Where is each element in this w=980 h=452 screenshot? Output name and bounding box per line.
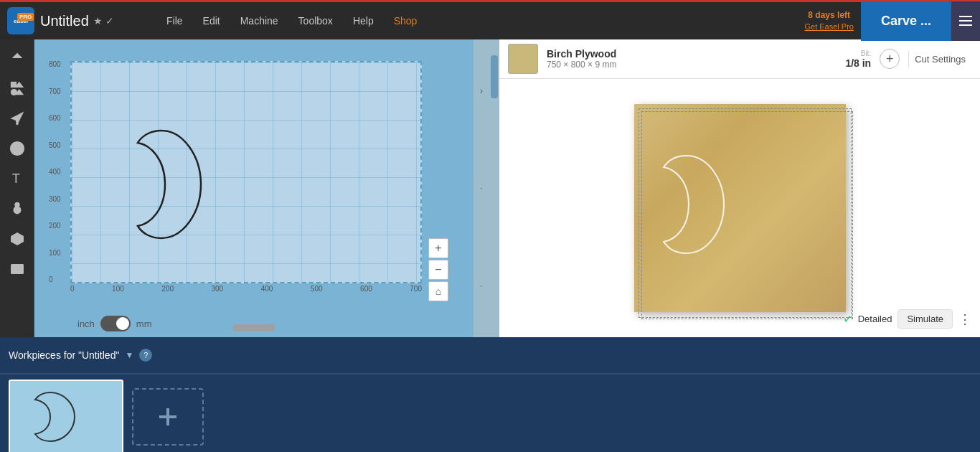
pro-badge: PRO	[17, 13, 34, 21]
panel-toggle[interactable]: › · ·	[473, 39, 489, 337]
workpieces-strip	[0, 373, 980, 452]
workpiece-preview-svg	[23, 388, 109, 446]
nav-shop[interactable]: Shop	[385, 11, 426, 31]
toggle-arrow-up: ›	[480, 87, 483, 95]
add-workpiece-button[interactable]	[132, 388, 204, 446]
3d-tool[interactable]	[4, 226, 30, 252]
more-options-button[interactable]: ⋮	[958, 311, 971, 327]
simulate-button[interactable]: Simulate	[897, 309, 953, 329]
logo-area: easel PRO Untitled ★ ✓	[0, 7, 158, 34]
workpieces-dropdown[interactable]: ▼	[125, 350, 133, 360]
material-panel: Birch Plywood 750 × 800 × 9 mm Bit: 1/8 …	[499, 39, 980, 337]
material-dims: 750 × 800 × 9 mm	[547, 60, 837, 70]
detailed-button[interactable]: Detailed	[858, 314, 892, 324]
carve-button[interactable]: Carve ...	[861, 1, 951, 41]
svg-rect-15	[159, 415, 176, 418]
check-icon[interactable]: ✓	[105, 15, 114, 27]
add-bit-button[interactable]: +	[880, 49, 900, 69]
material-thumbnail	[508, 44, 538, 74]
add-workpiece-icon	[156, 405, 179, 428]
zoom-out-button[interactable]: −	[428, 260, 448, 280]
title-icons: ★ ✓	[93, 15, 114, 27]
zoom-in-button[interactable]: +	[428, 238, 448, 258]
nav-toolbox[interactable]: Toolbox	[290, 11, 341, 31]
days-left-text: 8 days left	[808, 9, 850, 22]
shapes-tool[interactable]	[4, 75, 30, 101]
main-area: T 800 700 600	[0, 39, 980, 337]
nav-file[interactable]: File	[158, 11, 192, 31]
zoom-reset-button[interactable]: ⌂	[428, 281, 448, 301]
workpieces-title: Workpieces for "Untitled"	[9, 349, 119, 361]
get-pro-link[interactable]: Get Easel Pro	[804, 22, 853, 32]
app-logo: easel PRO	[7, 7, 34, 34]
scroll-up-button[interactable]	[4, 45, 30, 71]
toggle-arrow-dot: ·	[480, 184, 482, 192]
bit-value[interactable]: 1/8 in	[845, 57, 871, 69]
y-axis-labels: 800 700 600 500 400 300 200 100 0	[49, 61, 61, 283]
svg-rect-2	[959, 24, 972, 26]
svg-point-7	[16, 123, 19, 126]
expand-button[interactable]	[951, 1, 980, 41]
add-tool[interactable]	[4, 136, 30, 161]
project-title: Untitled	[40, 13, 89, 29]
units-bar: inch mm	[77, 316, 152, 331]
svg-text:T: T	[11, 171, 19, 186]
bottom-bar: Workpieces for "Untitled" ▼ ?	[0, 337, 980, 373]
svg-rect-1	[959, 20, 972, 22]
main-nav: File Edit Machine Toolbox Help Shop	[158, 11, 797, 31]
x-axis-labels: 0 100 200 300 400 500 600 700	[70, 285, 422, 293]
preview-controls: ✓ Detailed Simulate ⋮	[843, 309, 971, 329]
nav-machine[interactable]: Machine	[232, 11, 287, 31]
material-header: Birch Plywood 750 × 800 × 9 mm Bit: 1/8 …	[499, 39, 980, 79]
material-info: Birch Plywood 750 × 800 × 9 mm	[547, 48, 837, 70]
nav-edit[interactable]: Edit	[194, 11, 229, 31]
bit-label: Bit:	[861, 50, 871, 57]
unit-inch-label: inch	[77, 319, 95, 329]
material-name[interactable]: Birch Plywood	[547, 48, 837, 60]
detailed-check: ✓	[843, 312, 852, 326]
canvas-area[interactable]: 800 700 600 500 400 300 200 100 0 0 100 …	[34, 39, 473, 337]
wood-preview	[634, 104, 846, 312]
left-sidebar: T	[0, 39, 34, 337]
unit-mm-label: mm	[136, 319, 152, 329]
workpieces-help[interactable]: ?	[139, 349, 152, 362]
nav-help[interactable]: Help	[344, 11, 382, 31]
text-tool[interactable]: T	[4, 166, 30, 192]
import-tool[interactable]	[4, 256, 30, 282]
toggle-arrow-down: ·	[480, 281, 482, 290]
moon-shape-canvas[interactable]	[136, 120, 222, 249]
cut-settings-button[interactable]: Cut Settings	[908, 51, 971, 67]
horizontal-scrollbar[interactable]	[232, 324, 275, 331]
star-icon[interactable]: ★	[93, 15, 103, 27]
image-tool[interactable]	[4, 196, 30, 222]
moon-shape-preview	[663, 147, 742, 262]
days-left-area: 8 days left Get Easel Pro	[797, 9, 860, 32]
bit-info: Bit: 1/8 in	[845, 50, 871, 69]
canvas-grid[interactable]	[70, 61, 422, 283]
workpiece-item-1[interactable]	[9, 380, 123, 453]
topbar: easel PRO Untitled ★ ✓ File Edit Machine…	[0, 0, 980, 39]
vertical-scrollbar[interactable]	[489, 39, 499, 337]
svg-rect-0	[959, 16, 972, 17]
zoom-controls: + − ⌂	[428, 238, 448, 301]
pen-tool[interactable]	[4, 105, 30, 131]
material-preview[interactable]: ✓ Detailed Simulate ⋮	[499, 79, 980, 337]
unit-toggle[interactable]	[100, 316, 131, 331]
